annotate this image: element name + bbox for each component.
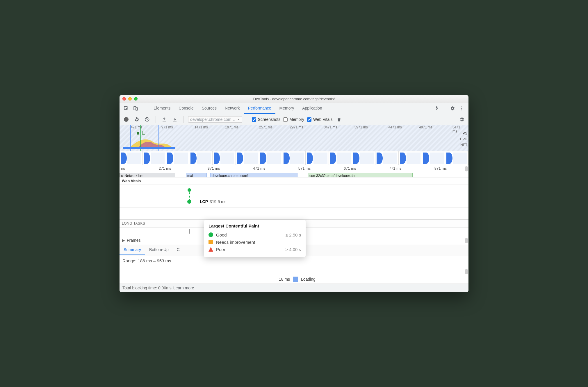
screenshot-thumb[interactable] xyxy=(352,151,375,165)
load-profile-button[interactable] xyxy=(161,116,168,123)
flame-tick: 771 ms xyxy=(389,166,402,171)
zoom-window-button[interactable] xyxy=(134,97,138,101)
kebab-menu-button[interactable] xyxy=(458,105,466,112)
overview-side-labels: FPS CPU NET xyxy=(460,130,467,148)
webvitals-lane-fcp[interactable] xyxy=(120,184,468,196)
webvitals-label: Web Vitals xyxy=(313,117,332,122)
more-tabs-button[interactable] xyxy=(432,106,441,111)
tab-sources[interactable]: Sources xyxy=(198,103,221,114)
screenshot-thumb[interactable] xyxy=(306,151,329,165)
range-text: Range: 186 ms – 953 ms xyxy=(120,255,468,275)
separator xyxy=(143,105,143,112)
lcp-label: LCP319.6 ms xyxy=(200,199,227,204)
expand-frames-icon[interactable]: ▶ xyxy=(122,238,125,243)
lcp-marker[interactable] xyxy=(187,200,191,204)
screenshot-thumb[interactable] xyxy=(236,151,259,165)
capture-settings-button[interactable] xyxy=(458,116,466,123)
status-bar: Total blocking time: 0.00ms Learn more xyxy=(120,284,468,292)
tooltip-title: Largest Contentful Paint xyxy=(209,223,301,228)
memory-checkbox[interactable]: Memory xyxy=(283,117,304,122)
screenshot-thumb[interactable] xyxy=(375,151,399,165)
net-bar xyxy=(123,147,175,149)
webvitals-marker[interactable] xyxy=(188,188,191,192)
loading-label: Loading xyxy=(301,277,316,282)
webvitals-lane-lcp[interactable]: LCP319.6 ms xyxy=(120,196,468,208)
summary-legend-row: 18 ms Loading xyxy=(120,275,468,284)
collect-garbage-button[interactable] xyxy=(335,116,343,123)
overview-tick: 5471 ms xyxy=(452,125,460,133)
panel-tabs: Elements Console Sources Network Perform… xyxy=(149,103,430,114)
traffic-lights xyxy=(122,97,138,101)
loading-value: 18 ms xyxy=(272,277,290,282)
screenshot-thumb[interactable] xyxy=(120,151,143,165)
screenshot-thumb[interactable] xyxy=(189,151,213,165)
window-title: DevTools - developer.chrome.com/tags/dev… xyxy=(120,97,468,101)
details-tab-bottomup[interactable]: Bottom-Up xyxy=(145,245,173,255)
clear-button[interactable] xyxy=(143,116,151,123)
chevron-down-icon xyxy=(237,118,240,121)
screenshot-thumb[interactable] xyxy=(166,151,189,165)
screenshot-thumb[interactable] xyxy=(259,151,282,165)
flame-tick: 371 ms xyxy=(208,166,220,171)
overview-pane[interactable]: 471 ms 971 ms 1471 ms 1971 ms 2571 ms 29… xyxy=(120,125,468,151)
flame-tick: 871 ms xyxy=(434,166,447,171)
memory-checkbox-input[interactable] xyxy=(283,117,288,122)
webvitals-header: Web Vitals xyxy=(120,178,468,184)
record-button[interactable] xyxy=(122,116,130,123)
devtools-tabbar: Elements Console Sources Network Perform… xyxy=(120,103,468,114)
webvitals-checkbox-input[interactable] xyxy=(307,117,311,122)
screenshot-thumb[interactable] xyxy=(422,151,445,165)
recording-selector[interactable]: developer.chrome.com… xyxy=(188,116,242,123)
inspect-element-button[interactable] xyxy=(122,105,130,112)
good-icon xyxy=(209,232,213,237)
tooltip-row-poor: Poor > 4.00 s xyxy=(209,246,301,253)
overview-tick: 3471 ms xyxy=(324,125,337,129)
screenshot-thumb[interactable] xyxy=(143,151,166,165)
flame-tick: 271 ms xyxy=(159,166,171,171)
screenshots-checkbox-input[interactable] xyxy=(252,117,256,122)
details-tab-summary[interactable]: Summary xyxy=(120,245,145,255)
device-toolbar-button[interactable] xyxy=(132,105,139,112)
details-tab-partial[interactable]: C xyxy=(173,245,184,255)
screenshot-thumb[interactable] xyxy=(213,151,236,165)
tooltip-row-good: Good ≤ 2.50 s xyxy=(209,231,301,239)
scrollbar[interactable] xyxy=(465,238,468,243)
flame-tick: 471 ms xyxy=(253,166,266,171)
close-window-button[interactable] xyxy=(122,97,126,101)
flame-bar[interactable]: mai xyxy=(186,173,207,178)
flame-bar[interactable]: developer.chrome.com) xyxy=(210,173,297,178)
webvitals-empty-lane xyxy=(120,208,468,219)
screenshot-thumb[interactable] xyxy=(399,151,422,165)
tab-application[interactable]: Application xyxy=(298,103,326,114)
learn-more-link[interactable]: Learn more xyxy=(173,286,194,290)
reload-record-button[interactable] xyxy=(133,116,140,123)
tab-memory[interactable]: Memory xyxy=(275,103,298,114)
tab-network[interactable]: Network xyxy=(221,103,244,114)
overview-tick: 971 ms xyxy=(161,125,173,129)
network-bar-label: Network bre xyxy=(124,174,143,178)
memory-label: Memory xyxy=(289,117,304,122)
screenshot-thumb[interactable] xyxy=(282,151,306,165)
frames-label: Frames xyxy=(127,238,140,243)
save-profile-button[interactable] xyxy=(171,116,179,123)
screenshots-filmstrip[interactable] xyxy=(120,151,468,165)
scrollbar[interactable] xyxy=(465,166,468,171)
webvitals-checkbox[interactable]: Web Vitals xyxy=(307,117,332,122)
flame-bar[interactable]: con-32x32.png (developer.chr xyxy=(308,173,413,178)
overview-tick: 4471 ms xyxy=(389,125,402,129)
flame-ruler[interactable]: ns 271 ms 371 ms 471 ms 571 ms 671 ms 77… xyxy=(120,165,468,172)
screenshots-checkbox[interactable]: Screenshots xyxy=(252,117,281,122)
tab-console[interactable]: Console xyxy=(174,103,197,114)
minimize-window-button[interactable] xyxy=(128,97,132,101)
tab-elements[interactable]: Elements xyxy=(149,103,174,114)
screenshot-thumb[interactable] xyxy=(445,151,468,165)
network-lane[interactable]: ▶ Network bre mai developer.chrome.com) … xyxy=(120,172,468,178)
tab-performance[interactable]: Performance xyxy=(244,103,275,114)
settings-button[interactable] xyxy=(449,105,456,112)
overview-tick: 4971 ms xyxy=(419,125,432,129)
screenshot-thumb[interactable] xyxy=(329,151,352,165)
overview-tick: 1471 ms xyxy=(195,125,208,129)
separator xyxy=(156,116,156,123)
overview-tick: 1971 ms xyxy=(225,125,238,129)
scrollbar[interactable] xyxy=(465,269,468,274)
